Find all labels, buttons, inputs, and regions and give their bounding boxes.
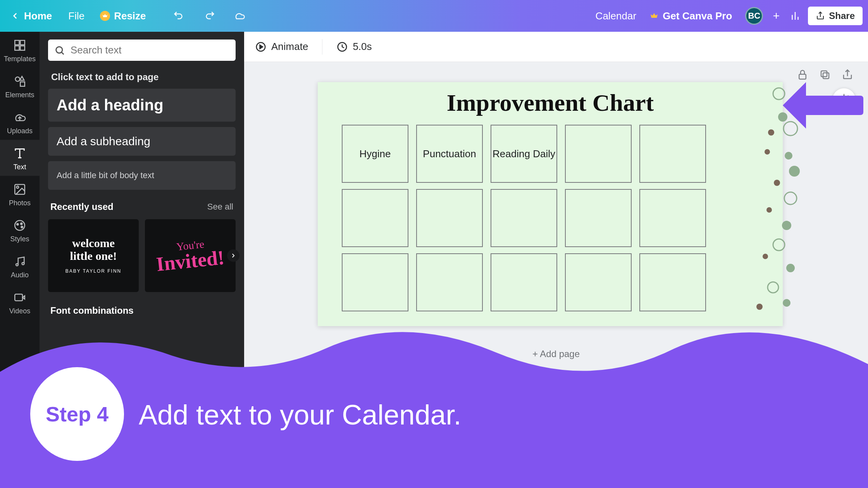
- file-button[interactable]: File: [64, 8, 88, 24]
- add-member-button[interactable]: +: [770, 10, 782, 22]
- rail-label: Text: [13, 163, 26, 171]
- svg-rect-4: [15, 40, 19, 45]
- svg-point-48: [783, 299, 790, 307]
- svg-point-45: [763, 254, 768, 259]
- click-text-label: Click text to add to page: [48, 72, 236, 82]
- chart-grid: Hygine Punctuation Reading Daily: [342, 125, 706, 311]
- recently-used-header: Recently used See all: [48, 201, 236, 212]
- grid-cell[interactable]: [639, 125, 706, 183]
- grid-cell[interactable]: Punctuation: [416, 125, 483, 183]
- rail-label: Templates: [4, 55, 36, 63]
- templates-icon: [13, 39, 26, 52]
- rail-audio[interactable]: Audio: [0, 248, 40, 284]
- duration-label: 5.0s: [353, 41, 372, 53]
- svg-point-20: [16, 264, 18, 266]
- audio-icon: [13, 255, 26, 268]
- svg-point-40: [774, 180, 780, 186]
- elements-icon: [13, 75, 26, 88]
- animate-icon: [255, 41, 267, 53]
- share-button[interactable]: Share: [808, 7, 863, 25]
- svg-rect-7: [20, 46, 24, 50]
- grid-cell[interactable]: [491, 189, 557, 247]
- rail-label: Styles: [10, 235, 29, 243]
- svg-point-16: [15, 220, 25, 230]
- rail-videos[interactable]: Videos: [0, 284, 40, 320]
- rail-uploads[interactable]: Uploads: [0, 104, 40, 140]
- home-button[interactable]: Home: [5, 8, 57, 24]
- insights-icon[interactable]: [789, 10, 801, 22]
- topbar-left: Home File Resize: [5, 8, 245, 24]
- search-icon: [54, 45, 65, 56]
- resize-button[interactable]: Resize: [96, 8, 150, 24]
- grid-cell[interactable]: [639, 253, 706, 311]
- svg-marker-10: [20, 76, 24, 80]
- step-badge: Step 4: [30, 367, 124, 461]
- resize-label: Resize: [114, 10, 146, 22]
- animate-button[interactable]: Animate: [255, 41, 308, 53]
- styles-icon: [13, 219, 26, 232]
- tutorial-arrow: [763, 70, 864, 142]
- svg-rect-5: [20, 40, 24, 45]
- clock-icon: [336, 41, 348, 53]
- grid-cell[interactable]: [491, 253, 557, 311]
- svg-point-49: [756, 304, 763, 310]
- rail-label: Photos: [9, 199, 31, 207]
- add-body-text-button[interactable]: Add a little bit of body text: [48, 161, 236, 190]
- grid-cell[interactable]: [639, 189, 706, 247]
- grid-cell[interactable]: Reading Daily: [491, 125, 557, 183]
- redo-icon[interactable]: [203, 10, 215, 22]
- get-pro-button[interactable]: Get Canva Pro: [643, 7, 738, 25]
- cloud-sync-icon[interactable]: [234, 10, 245, 22]
- rail-text[interactable]: Text: [0, 140, 40, 176]
- template-thumbnail[interactable]: welcome little one! BABY TAYLOR FINN: [48, 219, 139, 292]
- share-icon: [816, 11, 825, 21]
- svg-point-47: [768, 282, 778, 293]
- rail-elements[interactable]: Elements: [0, 68, 40, 104]
- rail-label: Videos: [9, 307, 31, 315]
- scroll-right-button[interactable]: [227, 249, 239, 262]
- svg-marker-27: [260, 45, 263, 49]
- svg-point-43: [782, 221, 791, 230]
- design-canvas[interactable]: Improvement Chart Hygine Punctuation Rea…: [318, 82, 783, 326]
- grid-cell[interactable]: [565, 125, 632, 183]
- undo-icon[interactable]: [173, 10, 185, 22]
- svg-point-44: [773, 239, 785, 251]
- document-name[interactable]: Calendar: [596, 10, 637, 22]
- crown-icon: [649, 11, 659, 21]
- toolbar-history-icons: [173, 10, 245, 22]
- top-toolbar: Home File Resize Calendar Get Canva Pro …: [0, 0, 868, 32]
- svg-point-21: [22, 263, 24, 265]
- add-heading-button[interactable]: Add a heading: [48, 89, 236, 122]
- rail-styles[interactable]: Styles: [0, 212, 40, 248]
- text-icon: [13, 147, 26, 160]
- add-subheading-button[interactable]: Add a subheading: [48, 127, 236, 156]
- grid-cell[interactable]: [416, 253, 483, 311]
- svg-point-42: [766, 207, 772, 213]
- recently-used-title: Recently used: [50, 201, 114, 212]
- svg-rect-9: [20, 82, 24, 86]
- home-label: Home: [24, 10, 52, 22]
- template-thumbnail[interactable]: You're Invited!: [145, 219, 236, 292]
- grid-cell[interactable]: [565, 253, 632, 311]
- grid-cell[interactable]: [342, 189, 408, 247]
- search-input[interactable]: [71, 44, 229, 56]
- svg-point-46: [786, 264, 795, 272]
- grid-cell[interactable]: [416, 189, 483, 247]
- svg-point-17: [17, 223, 18, 225]
- duration-button[interactable]: 5.0s: [336, 41, 372, 53]
- rail-templates[interactable]: Templates: [0, 32, 40, 68]
- search-box[interactable]: [48, 40, 236, 61]
- rail-photos[interactable]: Photos: [0, 176, 40, 212]
- svg-point-19: [21, 226, 23, 228]
- canvas-toolbar: Animate 5.0s: [244, 32, 868, 62]
- grid-cell[interactable]: [565, 189, 632, 247]
- recent-thumbnails: welcome little one! BABY TAYLOR FINN You…: [48, 219, 236, 292]
- design-title[interactable]: Improvement Chart: [318, 82, 783, 117]
- svg-point-15: [17, 186, 19, 189]
- grid-cell[interactable]: [342, 253, 408, 311]
- see-all-link[interactable]: See all: [207, 202, 233, 212]
- grid-cell[interactable]: Hygine: [342, 125, 408, 183]
- user-avatar[interactable]: BC: [745, 7, 763, 25]
- svg-point-24: [56, 46, 62, 53]
- separator: [322, 39, 322, 55]
